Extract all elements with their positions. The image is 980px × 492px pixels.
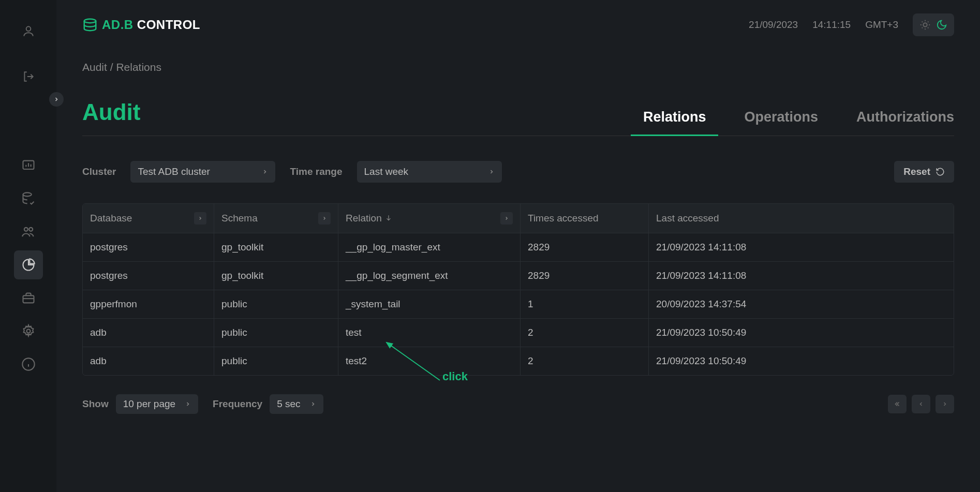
dark-theme-button[interactable] <box>934 18 949 32</box>
pager: Show 10 per page Frequency 5 sec <box>82 394 954 414</box>
cluster-dropdown[interactable]: Test ADB cluster <box>130 161 275 183</box>
info-icon[interactable] <box>14 350 43 379</box>
logo-text-green: AD.B <box>102 18 133 32</box>
td-last: 21/09/2023 14:11:08 <box>649 233 954 261</box>
td-last: 21/09/2023 10:50:49 <box>649 347 954 375</box>
th-relation[interactable]: Relation <box>338 204 521 233</box>
main-content: AD.B CONTROL 21/09/2023 14:11:15 GMT+3 A… <box>56 0 980 492</box>
pager-next-button[interactable] <box>936 395 954 413</box>
td-times: 2 <box>521 347 649 375</box>
settings-icon[interactable] <box>14 317 43 346</box>
perpage-dropdown[interactable]: 10 per page <box>116 394 198 414</box>
logout-icon[interactable] <box>14 62 43 91</box>
td-times: 1 <box>521 290 649 318</box>
th-database-filter[interactable] <box>194 212 206 225</box>
td-database: postgres <box>83 233 214 261</box>
database-check-icon[interactable] <box>14 184 43 213</box>
breadcrumb-root[interactable]: Audit <box>82 61 107 73</box>
chevron-right-icon <box>310 401 316 407</box>
sidebar-expand-button[interactable] <box>49 92 64 107</box>
svg-point-8 <box>84 19 96 23</box>
svg-point-9 <box>923 23 927 26</box>
logo: AD.B CONTROL <box>82 17 200 33</box>
show-label: Show <box>82 398 109 410</box>
td-relation: test2 <box>338 347 521 375</box>
timerange-dropdown[interactable]: Last week <box>357 161 502 183</box>
users-icon[interactable] <box>14 217 43 246</box>
logo-text-white: CONTROL <box>133 18 200 32</box>
cluster-label: Cluster <box>82 166 116 177</box>
freq-value: 5 sec <box>277 398 300 410</box>
td-database: adb <box>83 319 214 347</box>
perpage-value: 10 per page <box>123 398 175 410</box>
pager-nav <box>888 395 954 413</box>
timerange-value: Last week <box>364 166 409 177</box>
reset-label: Reset <box>903 166 930 177</box>
briefcase-icon[interactable] <box>14 284 43 312</box>
pager-first-button[interactable] <box>888 395 907 413</box>
user-icon[interactable] <box>14 17 43 46</box>
page-header: Audit Relations Operations Authorization… <box>82 99 954 136</box>
table-row[interactable]: adbpublictest221/09/2023 10:50:49 <box>83 319 954 347</box>
table-row[interactable]: postgresgp_toolkit__gp_log_segment_ext28… <box>83 262 954 290</box>
header-time: 14:11:15 <box>812 19 851 31</box>
tab-operations[interactable]: Operations <box>744 109 818 136</box>
chevron-right-icon <box>488 169 495 175</box>
dashboard-icon[interactable] <box>14 151 43 180</box>
chevron-right-icon <box>262 169 268 175</box>
td-times: 2 <box>521 319 649 347</box>
td-schema: public <box>214 319 338 347</box>
svg-point-6 <box>26 330 30 333</box>
td-schema: public <box>214 347 338 375</box>
svg-point-0 <box>26 26 31 31</box>
freq-dropdown[interactable]: 5 sec <box>270 394 323 414</box>
td-relation: _system_tail <box>338 290 521 318</box>
th-last[interactable]: Last accessed <box>649 204 954 233</box>
th-times[interactable]: Times accessed <box>521 204 649 233</box>
timerange-label: Time range <box>290 166 342 177</box>
td-relation: test <box>338 319 521 347</box>
sort-arrow-icon <box>385 213 392 224</box>
header-date: 21/09/2023 <box>749 19 798 31</box>
td-relation: __gp_log_segment_ext <box>338 262 521 290</box>
td-database: gpperfmon <box>83 290 214 318</box>
table: Database Schema Relation Times accessed … <box>82 203 954 376</box>
theme-toggle <box>913 13 954 36</box>
td-schema: gp_toolkit <box>214 262 338 290</box>
breadcrumb-current: Relations <box>116 61 161 73</box>
light-theme-button[interactable] <box>918 18 932 32</box>
table-row[interactable]: postgresgp_toolkit__gp_log_master_ext282… <box>83 233 954 262</box>
th-relation-filter[interactable] <box>500 212 513 225</box>
td-last: 21/09/2023 14:11:08 <box>649 262 954 290</box>
header-tz: GMT+3 <box>865 19 898 31</box>
reset-button[interactable]: Reset <box>894 161 954 183</box>
tab-relations[interactable]: Relations <box>643 109 706 136</box>
table-row[interactable]: adbpublictest2221/09/2023 10:50:49 <box>83 347 954 375</box>
th-database: Database <box>83 204 214 233</box>
chevron-right-icon <box>185 401 191 407</box>
td-database: postgres <box>83 262 214 290</box>
tab-authorizations[interactable]: Authorizations <box>856 109 954 136</box>
breadcrumb: Audit / Relations <box>82 61 954 73</box>
td-last: 21/09/2023 10:50:49 <box>649 319 954 347</box>
refresh-icon <box>936 167 945 176</box>
svg-point-3 <box>24 228 27 231</box>
td-last: 20/09/2023 14:37:54 <box>649 290 954 318</box>
cluster-value: Test ADB cluster <box>138 166 210 177</box>
audit-icon[interactable] <box>14 250 43 279</box>
sidebar <box>0 0 56 492</box>
td-schema: public <box>214 290 338 318</box>
td-times: 2829 <box>521 233 649 261</box>
td-relation: __gp_log_master_ext <box>338 233 521 261</box>
svg-point-4 <box>29 228 33 231</box>
th-schema-filter[interactable] <box>318 212 331 225</box>
th-schema: Schema <box>214 204 338 233</box>
freq-label: Frequency <box>213 398 262 410</box>
page-title: Audit <box>82 99 140 136</box>
pager-prev-button[interactable] <box>912 395 930 413</box>
td-database: adb <box>83 347 214 375</box>
table-row[interactable]: gpperfmonpublic_system_tail120/09/2023 1… <box>83 290 954 319</box>
logo-icon <box>82 17 98 33</box>
td-times: 2829 <box>521 262 649 290</box>
svg-point-2 <box>23 192 31 196</box>
